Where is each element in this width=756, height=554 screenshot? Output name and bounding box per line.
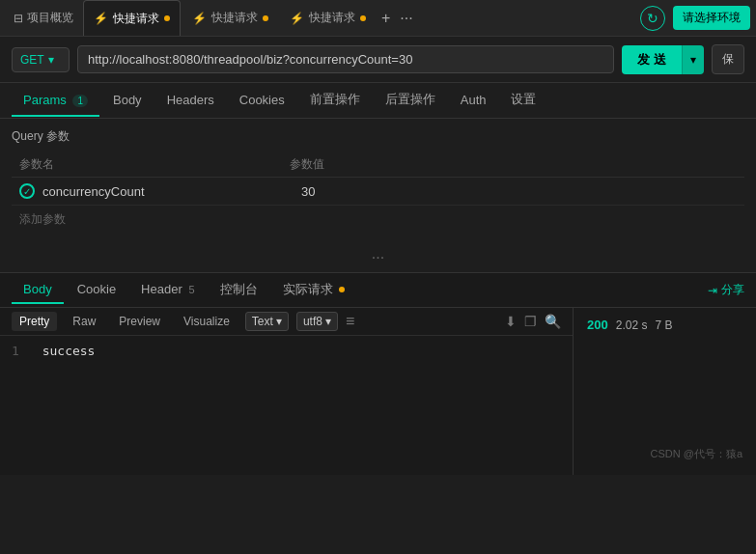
response-tab-header[interactable]: Header 5 [129,276,206,304]
tab-auth[interactable]: Auth [449,85,498,117]
tab-dot-1 [164,15,170,21]
text-format-label: Text [252,315,273,328]
format-preview[interactable]: Preview [111,312,168,331]
url-input[interactable] [77,45,614,73]
response-content: 1 success [0,336,573,475]
tab-post-script[interactable]: 后置操作 [374,83,447,118]
tab-headers[interactable]: Headers [155,85,226,117]
add-param-button[interactable]: 添加参数 [12,206,744,234]
divider-area: ··· [0,243,756,272]
encoding-label: utf8 [303,315,322,328]
param-table: 参数名 参数值 concurrencyCount 30 添加参数 [12,152,744,234]
format-raw[interactable]: Raw [65,312,103,331]
lightning-icon-3: ⚡ [290,12,304,25]
text-format-chevron: ▾ [276,315,282,328]
active-tab-label: 快捷请求 [113,11,159,27]
refresh-button[interactable]: ↻ [640,6,665,31]
response-right-panel: 200 2.02 s 7 B CSDN @代号：猿a [573,308,756,475]
param-name: concurrencyCount [42,184,294,199]
response-section: Body Cookie Header 5 控制台 实际请求 ⇥ 分享 Prett… [0,272,756,475]
lightning-icon-2: ⚡ [192,12,207,25]
table-row: concurrencyCount 30 [12,178,744,206]
status-code: 200 [587,318,608,332]
header-badge: 5 [188,284,194,295]
tab-2-label: 快捷请求 [211,10,258,26]
status-row: 200 2.02 s 7 B [587,318,742,332]
text-format-select[interactable]: Text ▾ [245,312,289,331]
tab-body[interactable]: Body [101,85,154,117]
format-visualize[interactable]: Visualize [176,312,238,331]
status-time: 2.02 s [616,319,648,332]
response-tab-cookie[interactable]: Cookie [66,276,127,304]
tab-3[interactable]: ⚡ 快捷请求 [280,0,376,36]
status-size: 7 B [655,319,672,332]
project-explorer-tab[interactable]: ⊟ 项目概览 [6,10,81,26]
share-label: 分享 [721,282,744,298]
request-tabs: Params 1 Body Headers Cookies 前置操作 后置操作 … [0,83,756,119]
params-label: Params [23,93,67,107]
response-toolbar: Pretty Raw Preview Visualize Text ▾ utf8… [0,308,573,336]
url-bar: GET ▾ 发 送 ▾ 保 [0,37,756,83]
line-number: 1 [12,344,19,358]
download-icon[interactable]: ⬇ [505,314,517,329]
project-explorer-label: 项目概览 [27,10,73,26]
tab-cookies[interactable]: Cookies [228,85,296,117]
response-tab-body[interactable]: Body [12,276,64,304]
copy-icon[interactable]: ❐ [524,314,537,329]
send-button[interactable]: 发 送 [622,45,682,74]
share-button[interactable]: ⇥ 分享 [708,282,744,298]
share-icon: ⇥ [708,284,717,297]
method-chevron: ▾ [48,53,54,67]
send-btn-group: 发 送 ▾ [622,45,704,74]
watermark: CSDN @代号：猿a [587,443,742,465]
tab-pre-script[interactable]: 前置操作 [298,83,372,118]
method-select[interactable]: GET ▾ [12,47,70,72]
tab-bar: ⊟ 项目概览 ⚡ 快捷请求 ⚡ 快捷请求 ⚡ 快捷请求 + ··· ↻ 请选择环… [0,0,756,37]
params-badge: 1 [72,95,88,107]
param-value: 30 [301,184,737,199]
encoding-select[interactable]: utf8 ▾ [296,312,338,331]
tab-bar-right: ↻ 请选择环境 [640,6,750,31]
tab-2[interactable]: ⚡ 快捷请求 [182,0,278,36]
tab-params[interactable]: Params 1 [12,85,99,117]
save-button[interactable]: 保 [712,44,744,74]
tab-active[interactable]: ⚡ 快捷请求 [83,0,181,36]
response-left-panel: Pretty Raw Preview Visualize Text ▾ utf8… [0,308,573,475]
folder-icon: ⊟ [14,12,23,25]
format-pretty[interactable]: Pretty [12,312,57,331]
search-icon[interactable]: 🔍 [545,314,561,329]
lightning-icon-1: ⚡ [94,12,108,25]
new-tab-button[interactable]: + [378,10,394,27]
send-dropdown-button[interactable]: ▾ [682,45,704,74]
tab-dot-2 [263,15,268,21]
method-label: GET [20,53,44,67]
tab-settings[interactable]: 设置 [499,83,547,118]
wrap-icon[interactable]: ≡ [346,313,354,330]
response-tabs: Body Cookie Header 5 控制台 实际请求 ⇥ 分享 [0,273,756,308]
env-select-button[interactable]: 请选择环境 [673,6,750,30]
encoding-chevron: ▾ [325,315,331,328]
response-value: success [42,344,96,358]
response-body-area: Pretty Raw Preview Visualize Text ▾ utf8… [0,308,756,475]
params-section: Query 参数 参数名 参数值 concurrencyCount 30 添加参… [0,119,756,243]
tab-dot-3 [360,15,366,21]
more-dots: ··· [366,243,390,272]
tab-3-label: 快捷请求 [309,10,355,26]
actual-request-dot [339,287,345,292]
col-value-header: 参数值 [290,156,737,173]
query-params-title: Query 参数 [12,128,744,145]
param-table-header: 参数名 参数值 [12,152,744,178]
param-checkbox[interactable] [19,183,35,199]
header-label: Header [141,282,182,296]
more-tabs-button[interactable]: ··· [396,10,416,27]
col-name-header: 参数名 [19,156,290,173]
actual-request-label: 实际请求 [283,282,333,296]
response-tab-console[interactable]: 控制台 [209,275,269,306]
toolbar-icons: ⬇ ❐ 🔍 [505,314,561,329]
response-tab-actual-request[interactable]: 实际请求 [271,275,357,306]
